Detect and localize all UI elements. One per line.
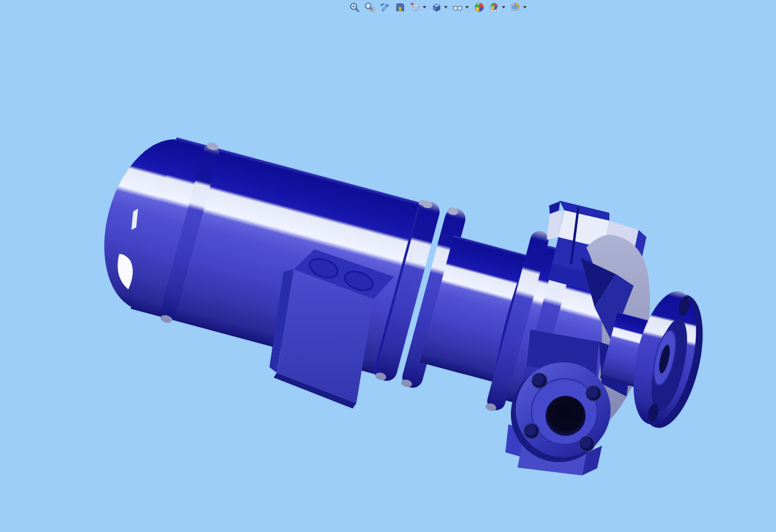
display-style-button[interactable] — [431, 1, 442, 13]
zoom-to-area-button[interactable] — [364, 1, 375, 13]
section-view-button[interactable] — [394, 1, 406, 13]
bolt-hole-4-depth — [580, 437, 592, 449]
bolt-hole-1-depth — [533, 374, 544, 385]
bolt-hole-3-depth — [525, 424, 536, 436]
hide-show-items-icon — [452, 2, 463, 13]
view-orientation-icon — [410, 2, 421, 13]
edit-appearance-button[interactable] — [473, 1, 485, 13]
previous-view-icon — [379, 2, 390, 13]
model-scene[interactable] — [0, 0, 776, 532]
discharge-bore — [546, 396, 586, 436]
previous-view-button[interactable] — [379, 1, 390, 13]
graphics-viewport[interactable] — [0, 0, 776, 532]
view-settings-button[interactable] — [510, 1, 521, 13]
bolt-hole-2-depth — [587, 387, 598, 398]
apply-scene-dropdown[interactable] — [501, 1, 506, 13]
apply-scene-button[interactable] — [488, 1, 500, 13]
zoom-to-area-icon — [364, 2, 375, 13]
view-settings-dropdown[interactable] — [522, 1, 527, 13]
heads-up-view-toolbar — [347, 1, 529, 14]
display-style-icon — [431, 2, 442, 13]
zoom-to-fit-button[interactable] — [348, 1, 360, 13]
view-settings-icon — [510, 2, 521, 13]
hide-show-items-dropdown[interactable] — [464, 1, 469, 13]
view-orientation-button[interactable] — [409, 1, 421, 13]
hide-show-items-button[interactable] — [452, 1, 463, 13]
apply-scene-icon — [488, 2, 500, 13]
view-orientation-dropdown[interactable] — [421, 1, 427, 13]
section-view-icon — [395, 2, 406, 13]
zoom-to-fit-icon — [349, 2, 360, 13]
display-style-dropdown[interactable] — [443, 1, 448, 13]
edit-appearance-icon — [474, 2, 485, 13]
